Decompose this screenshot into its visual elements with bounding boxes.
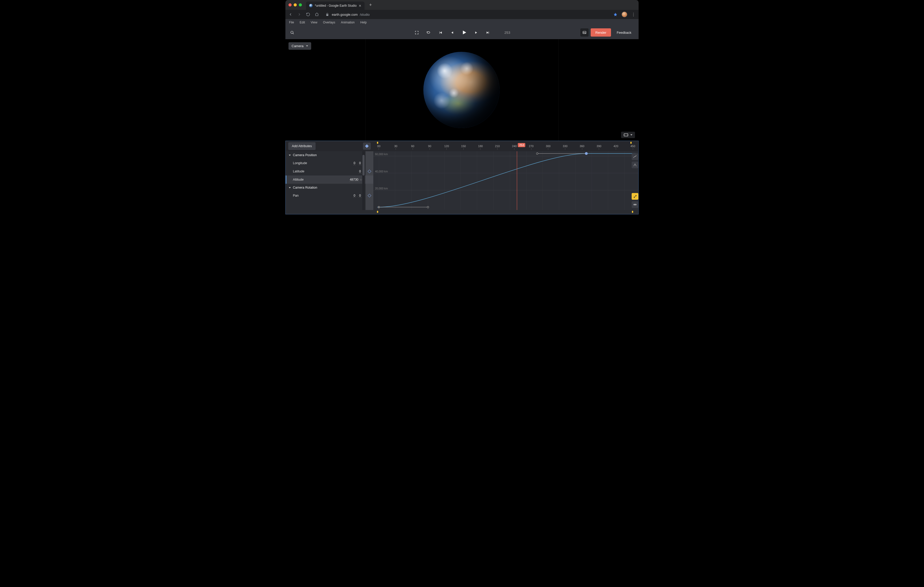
svg-text:20,000 km: 20,000 km: [375, 187, 388, 190]
menu-file[interactable]: File: [289, 21, 294, 24]
url-host: earth.google.com: [332, 13, 358, 16]
attr-row-longitude[interactable]: Longitude 0 . 0 °: [285, 159, 373, 167]
bell-curve-button[interactable]: [632, 161, 639, 168]
ruler-tick: 00: [377, 145, 380, 148]
attr-value[interactable]: 0: [359, 194, 361, 197]
loop-icon[interactable]: [426, 30, 432, 36]
earth-favicon-icon: [309, 4, 313, 7]
menu-animation[interactable]: Animation: [341, 21, 355, 24]
svg-point-0: [290, 31, 293, 33]
group-camera-rotation[interactable]: Camera Rotation: [285, 184, 373, 191]
group-camera-position[interactable]: Camera Position: [285, 151, 373, 159]
attr-value[interactable]: 0: [353, 194, 356, 197]
maximize-window-icon[interactable]: [299, 3, 302, 7]
scroll-start-handle[interactable]: [377, 211, 378, 213]
svg-rect-2: [624, 134, 628, 136]
attr-row-latitude[interactable]: Latitude 0 °: [285, 167, 373, 176]
search-icon[interactable]: [289, 30, 295, 36]
timeline-ruler[interactable]: 0030609012015018021024025327030033036039…: [373, 141, 639, 151]
menu-help[interactable]: Help: [360, 21, 367, 24]
curve-editor[interactable]: 60,000 km40,000 km20,000 km: [373, 151, 639, 210]
render-button[interactable]: Render: [591, 28, 611, 36]
minimize-window-icon[interactable]: [294, 3, 297, 7]
home-button[interactable]: [314, 12, 319, 17]
add-keyframe-button[interactable]: [368, 169, 371, 173]
new-tab-button[interactable]: +: [368, 2, 374, 8]
menu-view[interactable]: View: [311, 21, 317, 24]
group-title-label: Camera Rotation: [293, 186, 317, 189]
svg-point-32: [634, 204, 635, 205]
browser-menu-button[interactable]: ⋮: [631, 12, 636, 17]
browser-tab[interactable]: *untitled - Google Earth Studio ✕: [306, 2, 365, 10]
curve-tools-top: [632, 153, 639, 168]
attr-row-pan[interactable]: Pan 0 . 0 °: [285, 191, 373, 200]
close-window-icon[interactable]: [289, 3, 292, 7]
range-end-handle[interactable]: [630, 142, 632, 144]
add-keyframe-button[interactable]: [368, 194, 371, 197]
scroll-end-handle[interactable]: [632, 211, 633, 213]
attr-value[interactable]: 0: [353, 161, 356, 165]
bookmark-star-icon[interactable]: [613, 12, 618, 17]
aspect-icon: [624, 133, 628, 136]
menu-overlays[interactable]: Overlays: [323, 21, 335, 24]
menu-edit[interactable]: Edit: [300, 21, 305, 24]
play-button[interactable]: [461, 30, 467, 36]
earth-render: [285, 39, 639, 141]
attr-scrollbar[interactable]: [362, 151, 365, 210]
fullscreen-icon[interactable]: [414, 30, 420, 36]
attr-value[interactable]: 0: [359, 169, 361, 173]
skip-end-icon[interactable]: [485, 30, 491, 36]
attr-label: Altitude: [293, 178, 304, 181]
keyframe-column-header[interactable]: [363, 143, 371, 150]
svg-text:60,000 km: 60,000 km: [375, 153, 388, 156]
current-frame-number[interactable]: 253: [504, 31, 510, 35]
playhead-badge[interactable]: 253: [518, 143, 525, 147]
fit-all-button[interactable]: [632, 201, 639, 208]
add-attributes-label: Add Attributes: [292, 144, 312, 148]
ruler-tick: 210: [495, 145, 500, 148]
ruler-tick: 180: [478, 145, 483, 148]
app-menubar: File Edit View Overlays Animation Help: [285, 19, 639, 26]
profile-avatar[interactable]: [622, 12, 627, 17]
ruler-tick: 30: [394, 145, 397, 148]
svg-point-28: [536, 153, 538, 155]
address-bar[interactable]: earth.google.com/studio: [323, 12, 609, 17]
ruler-tick: 420: [614, 145, 618, 148]
attr-label: Pan: [293, 194, 299, 197]
app-toolbar: 253 Render Feedback: [285, 26, 639, 39]
window-controls: [289, 3, 302, 7]
timeline-scrollbar[interactable]: [373, 211, 625, 213]
back-button[interactable]: [288, 12, 293, 17]
chevron-down-icon: [630, 134, 632, 136]
ruler-tick: 60: [411, 145, 414, 148]
render-button-label: Render: [595, 31, 606, 35]
viewport[interactable]: Camera: [285, 39, 639, 141]
url-path: /studio: [360, 13, 370, 16]
forward-button[interactable]: [297, 12, 302, 17]
feedback-button-label: Feedback: [617, 31, 631, 35]
ruler-tick: 330: [563, 145, 568, 148]
step-forward-icon[interactable]: [473, 30, 479, 36]
attr-value[interactable]: 0: [359, 161, 361, 165]
attr-row-altitude[interactable]: Altitude 48730 km: [285, 176, 373, 184]
range-start-handle[interactable]: [377, 142, 378, 144]
attribute-list: Camera Position Longitude 0 . 0 ° Latitu…: [285, 151, 373, 210]
chevron-down-icon: [289, 155, 291, 156]
snapshot-button[interactable]: [580, 28, 589, 36]
curve-tools-bottom: [632, 193, 639, 208]
step-back-icon[interactable]: [449, 30, 455, 36]
svg-text:40,000 km: 40,000 km: [375, 169, 388, 173]
attr-label: Longitude: [293, 161, 307, 165]
ease-curve-button[interactable]: [632, 153, 639, 160]
feedback-button[interactable]: Feedback: [613, 28, 635, 36]
close-tab-icon[interactable]: ✕: [359, 4, 361, 8]
reload-button[interactable]: [305, 12, 311, 17]
fit-selection-button[interactable]: [632, 193, 639, 200]
aspect-ratio-dropdown[interactable]: [621, 132, 635, 138]
attr-label: Latitude: [293, 169, 304, 173]
ruler-tick: 390: [597, 145, 601, 148]
attr-value[interactable]: 48730: [349, 178, 359, 182]
skip-start-icon[interactable]: [437, 30, 444, 36]
earth-globe-icon: [423, 52, 500, 128]
add-attributes-button[interactable]: Add Attributes: [288, 142, 315, 150]
